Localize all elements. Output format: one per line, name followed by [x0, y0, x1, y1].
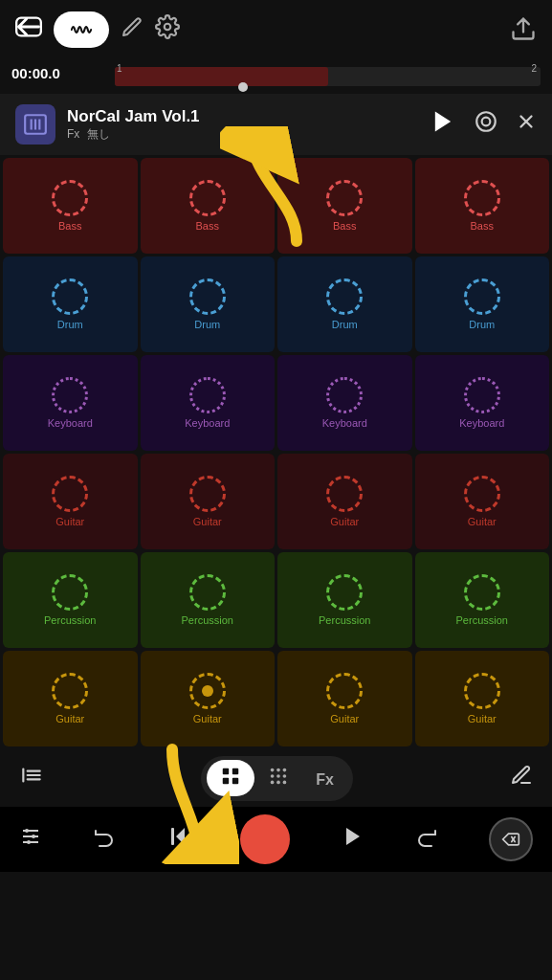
undo-button[interactable]: [93, 825, 116, 854]
preset-actions: [430, 108, 537, 142]
grid-mode-button[interactable]: [207, 760, 254, 796]
list-button[interactable]: [19, 763, 44, 793]
cell-guitar-red-3-3[interactable]: Guitar: [415, 454, 550, 549]
bottom-toolbar: Fx: [0, 749, 552, 807]
fx-mode-button[interactable]: Fx: [302, 762, 347, 795]
svg-point-4: [476, 112, 496, 131]
timeline-track[interactable]: 1 2: [115, 67, 541, 86]
preset-text: NorCal Jam Vol.1 Fx 無し: [67, 107, 200, 143]
cell-keyboard-2-2[interactable]: Keyboard: [277, 355, 412, 451]
cell-guitar-red-3-2[interactable]: Guitar: [277, 454, 412, 549]
cell-keyboard-2-3[interactable]: Keyboard: [415, 355, 550, 451]
dots-mode-button[interactable]: [254, 760, 302, 797]
svg-rect-8: [22, 768, 24, 782]
svg-rect-12: [223, 768, 229, 774]
close-button[interactable]: [516, 111, 537, 138]
cell-keyboard-2-1[interactable]: Keyboard: [141, 355, 276, 451]
erase-button[interactable]: [489, 817, 533, 861]
svg-rect-32: [171, 828, 174, 845]
timeline-fill: [115, 67, 328, 86]
preset-icon: [15, 104, 55, 145]
redo-button[interactable]: [415, 825, 438, 854]
svg-point-30: [27, 840, 31, 844]
timecode: 00:00.0: [11, 65, 60, 81]
svg-rect-10: [27, 774, 41, 776]
timeline-marker-2: 2: [531, 63, 537, 74]
cell-keyboard-2-0[interactable]: Keyboard: [3, 355, 138, 451]
svg-point-23: [276, 780, 280, 784]
cell-guitar-gold-5-2[interactable]: Guitar: [277, 651, 412, 746]
timeline-thumb[interactable]: [238, 82, 248, 92]
grid-wrapper: Bass Bass Bass Bass Drum Drum Drum Drum …: [0, 155, 552, 749]
cell-drum-1-1[interactable]: Drum: [141, 256, 276, 352]
cell-guitar-gold-5-1[interactable]: Guitar: [141, 651, 276, 746]
svg-rect-15: [232, 778, 238, 784]
instrument-grid: Bass Bass Bass Bass Drum Drum Drum Drum …: [0, 155, 552, 749]
svg-point-21: [283, 774, 287, 778]
settings-button[interactable]: [155, 14, 180, 45]
record-button[interactable]: [240, 814, 290, 864]
fx-label: Fx: [67, 127, 79, 141]
svg-point-19: [271, 774, 275, 778]
fx-mode-label: Fx: [316, 771, 334, 788]
cell-drum-1-2[interactable]: Drum: [277, 256, 412, 352]
cell-bass-0-0[interactable]: Bass: [3, 158, 138, 254]
cell-drum-1-3[interactable]: Drum: [415, 256, 550, 352]
sliders-button[interactable]: [19, 825, 42, 854]
cell-bass-0-1[interactable]: Bass: [141, 158, 276, 254]
loop-button[interactable]: [474, 109, 498, 140]
cell-bass-0-3[interactable]: Bass: [415, 158, 550, 254]
cell-guitar-gold-5-0[interactable]: Guitar: [3, 651, 138, 746]
svg-point-24: [283, 780, 287, 784]
play-button[interactable]: [430, 108, 456, 142]
svg-point-29: [32, 835, 35, 838]
svg-rect-9: [27, 770, 41, 772]
svg-rect-14: [223, 778, 229, 784]
pencil-button[interactable]: [510, 764, 533, 792]
svg-rect-11: [27, 778, 41, 780]
fx-value: 無し: [87, 127, 110, 141]
svg-point-20: [276, 774, 280, 778]
cell-guitar-red-3-0[interactable]: Guitar: [3, 454, 138, 549]
toolbar-center: Fx: [201, 756, 353, 801]
svg-point-16: [271, 768, 275, 771]
transport-play-button[interactable]: [342, 825, 364, 854]
svg-point-17: [276, 768, 280, 771]
upload-button[interactable]: [510, 15, 537, 45]
svg-rect-13: [232, 768, 238, 774]
pen-button[interactable]: [121, 15, 144, 44]
cell-percussion-4-3[interactable]: Percussion: [415, 552, 550, 648]
preset-sub: Fx 無し: [67, 126, 200, 143]
preset-title: NorCal Jam Vol.1: [67, 107, 200, 126]
preset-header: NorCal Jam Vol.1 Fx 無し: [0, 94, 552, 155]
cell-guitar-gold-5-3[interactable]: Guitar: [415, 651, 550, 746]
back-button[interactable]: [15, 13, 42, 47]
timeline: 00:00.0 1 2: [0, 59, 552, 94]
rewind-button[interactable]: [166, 825, 189, 854]
svg-marker-31: [176, 828, 185, 845]
top-bar: [0, 0, 552, 59]
preset-info: NorCal Jam Vol.1 Fx 無し: [15, 104, 200, 145]
cell-percussion-4-0[interactable]: Percussion: [3, 552, 138, 648]
timeline-marker-1: 1: [115, 63, 122, 74]
svg-point-1: [165, 24, 171, 31]
svg-point-28: [25, 829, 29, 833]
cell-guitar-red-3-1[interactable]: Guitar: [141, 454, 276, 549]
top-bar-left: [15, 11, 180, 48]
svg-marker-33: [346, 828, 360, 845]
svg-point-18: [283, 768, 287, 771]
cell-drum-1-0[interactable]: Drum: [3, 256, 138, 352]
cell-bass-0-2[interactable]: Bass: [277, 158, 412, 254]
svg-point-22: [271, 780, 275, 784]
waveform-tab[interactable]: [54, 11, 109, 48]
svg-marker-3: [435, 111, 451, 131]
cell-percussion-4-1[interactable]: Percussion: [141, 552, 276, 648]
svg-point-5: [482, 118, 491, 126]
cell-percussion-4-2[interactable]: Percussion: [277, 552, 412, 648]
transport-bar: [0, 807, 552, 872]
